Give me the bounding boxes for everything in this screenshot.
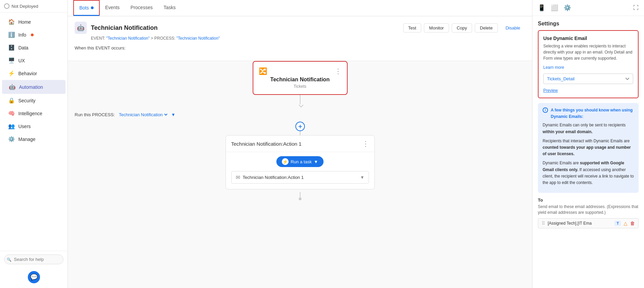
info-dot — [31, 34, 34, 36]
test-button[interactable]: Test — [403, 23, 422, 33]
preview-link[interactable]: Preview — [543, 88, 633, 93]
when-event-label: When this EVENT occurs: — [75, 45, 525, 55]
connector-line-2 — [300, 131, 300, 135]
tab-events-label: Events — [105, 5, 120, 10]
chip-delete-button[interactable]: 🗑 — [630, 221, 635, 226]
tablet-view-icon[interactable]: ⬜ — [551, 4, 558, 12]
settings-title: Settings — [532, 16, 644, 30]
flow-area: 🔀 ⋮ Technician Notification Tickets Run … — [68, 61, 532, 210]
automation-icon: 🤖 — [9, 84, 16, 90]
sidebar-item-intelligence[interactable]: 🧠 Intelligence — [2, 107, 65, 120]
dynamic-email-desc: Selecting a view enables recipients to i… — [543, 43, 633, 61]
action-card-menu-icon[interactable]: ⋮ — [362, 140, 369, 148]
tab-events[interactable]: Events — [100, 0, 125, 16]
right-panel: 📱 ⬜ ⚙️ ⛶ Settings Use Dynamic Email Sele… — [532, 0, 644, 288]
ux-icon: 🖥️ — [8, 57, 15, 64]
monitor-button[interactable]: Monitor — [424, 23, 449, 33]
view-select[interactable]: Tickets_Detail Tickets_Form — [543, 74, 633, 84]
tab-processes[interactable]: Processes — [125, 0, 158, 16]
sidebar-item-users[interactable]: 👥 Users — [2, 120, 65, 132]
run-task-arrow: ▼ — [314, 159, 318, 164]
info-box-title: A few things you should know when using … — [551, 107, 634, 120]
connector-arrow-1 — [298, 103, 303, 107]
phone-view-icon[interactable]: 📱 — [538, 4, 545, 12]
envelope-icon: ✉ — [236, 174, 240, 181]
info-point-1: Dynamic Emails can only be sent to recip… — [543, 122, 634, 135]
sidebar-item-label-intelligence: Intelligence — [18, 111, 42, 116]
action-card-header: Technician Notification:Action 1 ⋮ — [226, 136, 374, 152]
sidebar-item-data[interactable]: 🗄️ Data — [2, 41, 65, 54]
copy-button[interactable]: Copy — [452, 23, 472, 33]
info-point-3: Dynamic Emails are supported with Google… — [543, 160, 634, 186]
lightning-icon: ⚡ — [282, 158, 289, 165]
tab-bots-dot — [91, 6, 94, 9]
disable-button[interactable]: Disable — [501, 23, 525, 33]
behavior-icon: ⚡ — [8, 70, 15, 77]
top-nav: Bots Events Processes Tasks — [68, 0, 532, 16]
settings-view-icon[interactable]: ⚙️ — [564, 4, 571, 12]
connector-dot — [299, 198, 301, 200]
event-card-subtitle: Tickets — [294, 84, 307, 89]
action-dropdown[interactable]: ✉ Technician Notification:Action 1 ▼ — [231, 171, 369, 184]
event-card-header: 🔀 ⋮ — [259, 67, 341, 75]
bot-header-left: 🤖 Technician Notification — [75, 22, 158, 34]
run-process-row: Run this PROCESS: Technician Notificatio… — [75, 108, 525, 122]
process-name: "Technician Notification" — [176, 36, 220, 41]
info-circle-icon: i — [543, 107, 548, 113]
bot-event-text: EVENT: "Technician Notification" > PROCE… — [91, 36, 525, 41]
to-section: To Send email to these email addresses. … — [538, 198, 639, 228]
sidebar-item-home[interactable]: 🏠 Home — [2, 16, 65, 28]
search-input[interactable] — [4, 254, 63, 264]
info-box: i A few things you should know when usin… — [538, 103, 639, 193]
sidebar-item-security[interactable]: 🔒 Security — [2, 94, 65, 107]
event-card-menu[interactable]: ⋮ — [335, 67, 341, 75]
bot-title: Technician Notification — [91, 24, 158, 32]
not-deployed-icon — [4, 3, 9, 9]
action-dropdown-label: Technician Notification:Action 1 — [243, 175, 304, 180]
chip-type-button[interactable]: T — [614, 221, 621, 226]
sidebar-item-info[interactable]: ℹ️ Info — [2, 28, 65, 41]
sidebar-item-label-manage: Manage — [18, 137, 36, 142]
bottom-connector — [75, 189, 525, 203]
process-dropdown-arrow: ▼ — [171, 112, 176, 117]
event-name: "Technician Notification" — [106, 36, 150, 41]
expand-icon[interactable]: ⛶ — [633, 5, 639, 11]
manage-icon: ⚙️ — [8, 136, 15, 142]
chip-actions: T △ 🗑 — [614, 221, 635, 226]
run-task-button[interactable]: ⚡ Run a task ▼ — [276, 156, 324, 167]
sidebar-nav: 🏠 Home ℹ️ Info 🗄️ Data 🖥️ UX ⚡ Behavior … — [0, 13, 67, 251]
content-area: 🤖 Technician Notification Test Monitor C… — [68, 16, 532, 288]
tab-bots[interactable]: Bots — [73, 0, 100, 16]
info-point-2: Recipients that interact with Dynamic Em… — [543, 138, 634, 158]
run-task-label: Run a task — [291, 159, 312, 164]
tab-bots-label: Bots — [79, 5, 89, 11]
shuffle-icon: 🔀 — [259, 67, 267, 75]
sidebar-item-ux[interactable]: 🖥️ UX — [2, 54, 65, 67]
dynamic-email-box: Use Dynamic Email Selecting a view enabl… — [538, 30, 639, 98]
sidebar-item-label-automation: Automation — [19, 84, 43, 90]
add-step-button[interactable]: ＋ — [295, 122, 305, 131]
sidebar-item-automation[interactable]: 🤖 Automation — [2, 80, 65, 94]
event-card[interactable]: 🔀 ⋮ Technician Notification Tickets — [253, 61, 348, 95]
delete-button[interactable]: Delete — [475, 23, 498, 33]
chip-formula-icon[interactable]: △ — [624, 221, 627, 226]
home-icon: 🏠 — [8, 19, 15, 25]
info-box-header: i A few things you should know when usin… — [543, 107, 634, 120]
process-select[interactable]: Technician Notification — [118, 112, 169, 118]
to-description: Send email to these email addresses. (Ex… — [538, 204, 639, 215]
run-process-label: Run this PROCESS: — [75, 112, 115, 117]
sidebar-item-behavior[interactable]: ⚡ Behavior — [2, 67, 65, 80]
to-label: To — [538, 198, 639, 203]
dynamic-email-title: Use Dynamic Email — [543, 36, 633, 41]
sidebar-item-label-ux: UX — [18, 58, 25, 63]
panel-icons: 📱 ⬜ ⚙️ — [538, 4, 571, 12]
sidebar-item-manage[interactable]: ⚙️ Manage — [2, 133, 65, 145]
info-icon: ℹ️ — [8, 32, 15, 38]
drag-handle-icon[interactable]: ⠿ — [542, 221, 545, 226]
learn-more-link[interactable]: Learn more — [543, 65, 564, 70]
action-card: Technician Notification:Action 1 ⋮ ⚡ Run… — [226, 135, 375, 189]
not-deployed-status[interactable]: Not Deployed — [0, 0, 67, 13]
sidebar-item-label-behavior: Behavior — [18, 71, 37, 76]
tab-tasks[interactable]: Tasks — [158, 0, 181, 16]
chat-button[interactable]: 💬 — [28, 271, 40, 283]
